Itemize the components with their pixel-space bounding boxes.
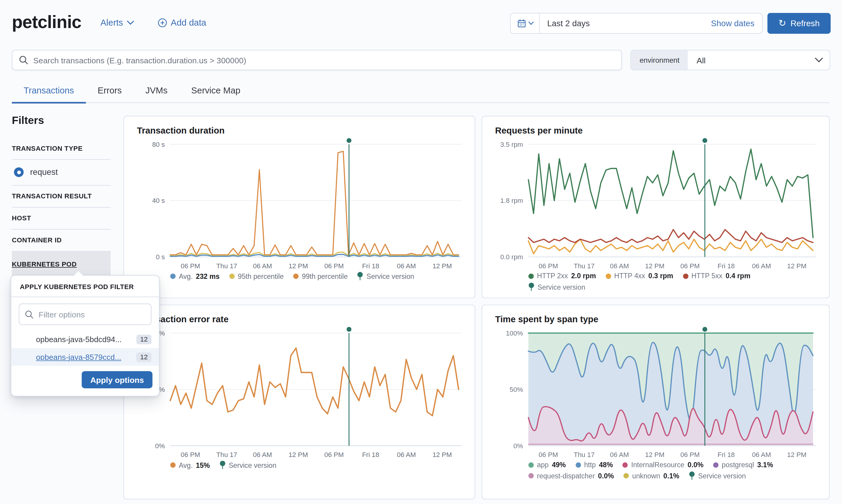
x-axis-label: 06 AM — [610, 262, 629, 270]
legend-label: HTTP 2xx — [537, 272, 568, 280]
legend-item-service-version[interactable]: Service version — [529, 283, 585, 291]
transaction-type-request-option[interactable]: request — [12, 160, 110, 185]
pod-option-2[interactable]: opbeans-java-8579ccd... 12 — [11, 348, 159, 366]
service-title: petclinic — [12, 12, 81, 32]
y-axis-label: 3.5 rpm — [500, 141, 523, 148]
legend-label: app — [537, 461, 549, 469]
tab-service-map[interactable]: Service Map — [179, 80, 252, 103]
date-picker: Last 2 days Show dates — [510, 13, 762, 34]
legend-item-service-version[interactable]: Service version — [219, 461, 276, 469]
search-icon — [25, 310, 34, 319]
legend-item-service-version[interactable]: Service version — [357, 272, 414, 280]
legend-dot-icon — [529, 462, 534, 468]
chart-canvas[interactable]: 3.5 rpm1.8 rpm0.0 rpm06 PMThu 1706 AM12 … — [495, 137, 817, 271]
transaction-error-rate-card: Transaction error rate 30%15%0%06 PMThu … — [123, 305, 475, 500]
x-axis-label: 06 PM — [680, 262, 700, 270]
legend-item-http[interactable]: http48% — [575, 461, 613, 469]
chart-canvas[interactable]: 80 s40 s0 s06 PMThu 1706 AM12 PM06 PMFri… — [137, 137, 462, 271]
chart-plot-area[interactable]: 30%15%0%06 PMThu 1706 AM12 PM06 PMFri 18… — [137, 326, 462, 460]
chevron-down-icon — [127, 20, 134, 25]
x-axis-label: Fri 18 — [718, 262, 735, 270]
filter-section-transaction-result[interactable]: TRANSACTION RESULT — [12, 186, 110, 208]
legend-item-95th-percentile[interactable]: 95th percentile — [229, 272, 284, 280]
legend-item-request-dispatcher[interactable]: request-dispatcher0.0% — [529, 472, 614, 480]
show-dates-link[interactable]: Show dates — [711, 18, 755, 28]
chart-title: Time spent by span type — [495, 314, 817, 325]
radio-selected-icon[interactable] — [14, 167, 23, 177]
chart-plot-area[interactable]: 80 s40 s0 s06 PMThu 1706 AM12 PM06 PMFri… — [137, 137, 462, 271]
service-version-pin-icon — [689, 471, 695, 480]
legend-label: unknown — [632, 472, 660, 480]
x-axis-label: 06 PM — [181, 451, 200, 458]
filter-section-container-id[interactable]: CONTAINER ID — [12, 230, 110, 252]
chart-canvas[interactable]: 100%50%0%06 PMThu 1706 AM12 PM06 PMFri 1… — [495, 326, 817, 460]
service-version-annotation[interactable] — [346, 327, 351, 446]
legend-item-service-version[interactable]: Service version — [689, 471, 746, 480]
apply-options-button[interactable]: Apply options — [82, 371, 152, 388]
y-axis-label: 80 s — [152, 141, 165, 148]
legend-item-avg-[interactable]: Avg.15% — [170, 461, 210, 469]
refresh-button[interactable]: ↻ Refresh — [768, 13, 831, 34]
legend-label: Service version — [698, 472, 746, 480]
legend-item-avg-[interactable]: Avg.232 ms — [170, 272, 219, 280]
filter-section-kubernetes-pod[interactable]: KUBERNETES POD — [12, 252, 110, 276]
service-version-pin-icon — [219, 461, 225, 469]
chart-plot-area[interactable]: 3.5 rpm1.8 rpm0.0 rpm06 PMThu 1706 AM12 … — [495, 137, 817, 271]
radio-label: request — [30, 167, 58, 177]
filter-section-host[interactable]: HOST — [12, 208, 110, 230]
legend-value: 0.4 rpm — [725, 272, 750, 280]
date-range-value[interactable]: Last 2 days — [547, 18, 711, 28]
legend-item-http-2xx[interactable]: HTTP 2xx2.0 rpm — [529, 272, 596, 280]
alerts-dropdown[interactable]: Alerts — [101, 18, 134, 28]
add-data-link[interactable]: Add data — [158, 18, 206, 28]
alerts-label: Alerts — [101, 18, 123, 28]
filter-section-transaction-type[interactable]: TRANSACTION TYPE — [12, 138, 110, 160]
service-version-pin-icon — [529, 283, 534, 291]
x-axis-label: Fri 18 — [362, 262, 379, 270]
y-axis-label: 40 s — [152, 197, 165, 204]
tab-transactions[interactable]: Transactions — [12, 80, 86, 103]
legend-item-app[interactable]: app49% — [529, 461, 566, 469]
x-axis-label: 12 PM — [432, 262, 452, 270]
requests-per-minute-card: Requests per minute 3.5 rpm1.8 rpm0.0 rp… — [482, 116, 830, 298]
legend-value: 49% — [552, 461, 566, 469]
legend-item-http-4xx[interactable]: HTTP 4xx0.3 rpm — [606, 272, 673, 280]
environment-select[interactable]: environment All — [631, 50, 830, 70]
legend-label: Avg. — [179, 461, 193, 469]
tab-errors[interactable]: Errors — [86, 80, 133, 103]
chart-title: Requests per minute — [495, 125, 817, 136]
chart-canvas[interactable]: 30%15%0%06 PMThu 1706 AM12 PM06 PMFri 18… — [137, 326, 462, 460]
legend-item-postgresql[interactable]: postgresql3.1% — [713, 461, 773, 469]
legend-dot-icon — [170, 273, 176, 279]
chart-title: Transaction error rate — [137, 314, 462, 325]
legend-label: 99th percentile — [302, 272, 348, 280]
legend-dot-icon — [623, 473, 629, 479]
legend-item-unknown[interactable]: unknown0.1% — [623, 472, 679, 480]
series-http-5xx — [529, 230, 813, 242]
calendar-menu-button[interactable] — [511, 13, 539, 33]
pod-option-label: opbeans-java-8579ccd... — [36, 353, 136, 361]
search-input[interactable] — [33, 55, 615, 65]
legend-label: HTTP 5xx — [691, 272, 722, 280]
time-spent-by-span-type-card: Time spent by span type 100%50%0%06 PMTh… — [482, 305, 830, 500]
search-icon — [19, 55, 28, 65]
x-axis-label: 06 AM — [397, 262, 416, 270]
legend-label: InternalResource — [631, 461, 685, 469]
pod-option-1[interactable]: opbeans-java-5bdcd94... 12 — [11, 330, 159, 348]
chart-plot-area[interactable]: 100%50%0%06 PMThu 1706 AM12 PM06 PMFri 1… — [495, 326, 817, 460]
chart-legend: app49%http48%InternalResource0.0%postgre… — [529, 461, 817, 480]
legend-item-http-5xx[interactable]: HTTP 5xx0.4 rpm — [683, 272, 751, 280]
legend-value: 0.3 rpm — [648, 272, 673, 280]
x-axis-label: 06 PM — [539, 262, 558, 270]
legend-dot-icon — [170, 463, 176, 468]
x-axis-label: 06 PM — [181, 262, 200, 270]
legend-item-internalresource[interactable]: InternalResource0.0% — [623, 461, 703, 469]
x-axis-label: 12 PM — [787, 262, 806, 270]
legend-item-99th-percentile[interactable]: 99th percentile — [293, 272, 348, 280]
filter-options-input[interactable] — [39, 310, 145, 319]
tab-jvms[interactable]: JVMs — [134, 80, 179, 103]
series-avg- — [170, 348, 459, 416]
x-axis-label: 12 PM — [787, 451, 806, 458]
x-axis-label: 12 PM — [289, 451, 308, 458]
y-axis-label: 0% — [513, 442, 523, 450]
